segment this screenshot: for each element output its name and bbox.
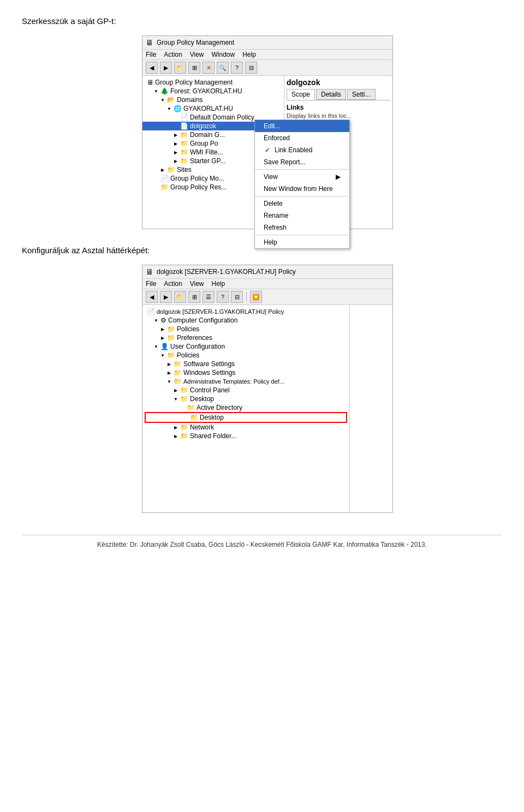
policies-user-label: Policies (177, 351, 199, 359)
policies-user-icon: 📁 (167, 351, 175, 359)
expand-dolgozok (173, 124, 178, 129)
toolbar-1: ◀ ▶ 📁 ⊞ ✕ 🔍 ? ⊟ (142, 60, 392, 76)
software-icon: 📁 (174, 360, 182, 368)
view-btn-2[interactable]: ⊞ (188, 291, 200, 303)
expand-admin: ▼ (166, 379, 172, 384)
help-btn-2[interactable]: ? (217, 291, 229, 303)
forward-btn[interactable]: ▶ (160, 62, 172, 74)
expand-forest: ▼ (153, 89, 159, 94)
tree2-shared[interactable]: ▶ 📁 Shared Folder... (142, 432, 349, 440)
tree2-computer-config[interactable]: ▼ ⚙ Computer Configuration (142, 316, 349, 325)
default-policy-icon: 📄 (180, 114, 188, 121)
menu-view-1[interactable]: View (190, 51, 204, 58)
active-dir-label: Active Directory (196, 404, 242, 411)
forest-icon: 🌲 (160, 87, 169, 95)
ctx-view-label: View (264, 173, 278, 181)
gpm-icon: 📄 (160, 175, 169, 182)
menu-help-1[interactable]: Help (242, 51, 256, 58)
tree2-software[interactable]: ▶ 📁 Software Settings (142, 360, 349, 368)
group-po-icon: 📁 (180, 140, 188, 147)
windows-icon: 📁 (174, 369, 182, 377)
ctx-link-enabled[interactable]: ✓ Link Enabled (255, 144, 349, 156)
ctx-rename[interactable]: Rename (255, 210, 349, 222)
tree2-policies-user[interactable]: ▼ 📁 Policies (142, 351, 349, 360)
props-btn[interactable]: 🔍 (217, 62, 229, 74)
dolgozok-icon: 📄 (180, 122, 188, 130)
tab-details[interactable]: Details (316, 89, 346, 100)
cp-icon: 📁 (180, 386, 188, 394)
tree2-desktop-child[interactable]: 📁 Desktop (145, 412, 347, 423)
admin-label: Administrative Templates: Policy def... (183, 378, 284, 385)
tree2-admin-templates[interactable]: ▼ 📁 Administrative Templates: Policy def… (142, 377, 349, 386)
up-btn-2[interactable]: 📁 (174, 291, 186, 303)
tree-domains[interactable]: ▼ 📂 Domains (142, 95, 284, 104)
forward-btn-2[interactable]: ▶ (160, 291, 172, 303)
tree2-root[interactable]: 📄 dolgozok [SZERVER-1.GYAKORLAT.HU] Poli… (142, 307, 349, 316)
list-btn-2[interactable]: ☰ (203, 291, 215, 303)
expand-windows: ▶ (166, 371, 172, 375)
ctx-enforced[interactable]: Enforced (255, 132, 349, 144)
view-btn[interactable]: ⊞ (188, 62, 200, 74)
tree2-policies-comp[interactable]: ▶ 📁 Policies (142, 325, 349, 333)
domain-g-label: Domain G... (190, 131, 225, 139)
sites-icon: 📁 (167, 166, 175, 174)
ctx-new-window[interactable]: New Window from Here (255, 183, 349, 195)
console-btn-2[interactable]: ⊟ (231, 291, 243, 303)
filter-btn-2[interactable]: 🔽 (250, 291, 262, 303)
gpr-icon: 📁 (160, 183, 169, 191)
tree2-active-dir[interactable]: 📁 Active Directory (142, 403, 349, 412)
tree2-desktop-parent[interactable]: ▼ 📁 Desktop (142, 395, 349, 403)
expand-active-dir (180, 405, 185, 410)
expand-preferences: ▶ (160, 336, 165, 341)
ctx-edit[interactable]: Edit... (255, 120, 349, 132)
menu2-help[interactable]: Help (212, 280, 225, 288)
titlebar-text-2: dolgozok [SZERVER-1.GYAKORLAT.HU] Policy (157, 268, 296, 276)
network-label: Network (190, 423, 214, 431)
menu2-view[interactable]: View (190, 280, 204, 288)
tree-domain-hu[interactable]: ▼ 🌐 GYAKORLAT.HU (142, 104, 284, 113)
domain-hu-icon: 🌐 (174, 105, 182, 112)
help-btn[interactable]: ? (231, 62, 243, 74)
domains-label: Domains (177, 96, 203, 104)
links-sub: Display links in this loc... (287, 112, 390, 119)
ctx-view[interactable]: View ▶ (255, 171, 349, 183)
expand-sites: ▶ (160, 168, 165, 172)
tree-forest[interactable]: ▼ 🌲 Forest: GYAKORLAT.HU (142, 87, 284, 95)
menu-file-1[interactable]: File (146, 51, 156, 58)
tree2-network[interactable]: ▶ 📁 Network (142, 423, 349, 432)
console-btn[interactable]: ⊟ (245, 62, 257, 74)
ctx-refresh[interactable]: Refresh (255, 222, 349, 234)
tree2-windows[interactable]: ▶ 📁 Windows Settings (142, 368, 349, 377)
up-btn[interactable]: 📁 (174, 62, 186, 74)
delete-btn[interactable]: ✕ (203, 62, 215, 74)
tree2-preferences[interactable]: ▶ 📁 Preferences (142, 333, 349, 342)
intro-text: Szerkesszük a saját GP-t: (22, 16, 502, 26)
starter-gp-label: Starter GP... (190, 157, 225, 165)
group-po-label: Group Po (190, 140, 218, 147)
expand-desktop-parent: ▼ (173, 397, 178, 402)
gpm-label: Group Policy Mo... (170, 175, 224, 182)
tree2-user-config[interactable]: ▼ 👤 User Configuration (142, 342, 349, 351)
domains-icon: 📂 (167, 96, 175, 104)
ctx-delete[interactable]: Delete (255, 198, 349, 210)
preferences-label: Preferences (177, 334, 212, 342)
wmi-label: WMI Filte... (190, 148, 223, 156)
tree-root[interactable]: 🖥 Group Policy Management (142, 78, 284, 87)
menu2-file[interactable]: File (146, 280, 156, 288)
tab-scope[interactable]: Scope (287, 89, 315, 100)
tree2-control-panel[interactable]: ▶ 📁 Control Panel (142, 386, 349, 395)
tab-settings[interactable]: Setti... (347, 89, 376, 100)
ctx-save-report[interactable]: Save Report... (255, 156, 349, 168)
screenshot-1: 🖥 Group Policy Management File Action Vi… (142, 35, 393, 229)
root2-icon: 📄 (147, 308, 155, 315)
win-content-1: 🖥 Group Policy Management ▼ 🌲 Forest: GY… (142, 76, 392, 229)
policies-comp-icon: 📁 (167, 325, 175, 333)
back-btn-2[interactable]: ◀ (146, 291, 158, 303)
back-btn[interactable]: ◀ (146, 62, 158, 74)
starter-gp-icon: 📁 (180, 157, 188, 165)
menu2-action[interactable]: Action (164, 280, 182, 288)
menu-action-1[interactable]: Action (164, 51, 182, 58)
menu-window-1[interactable]: Window (212, 51, 235, 58)
ctx-help[interactable]: Help (255, 236, 349, 248)
expand-starter-gp: ▶ (173, 159, 178, 164)
